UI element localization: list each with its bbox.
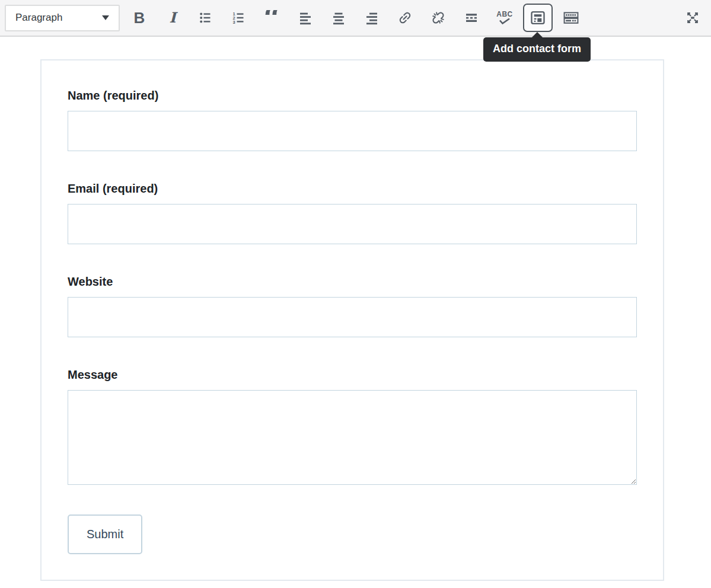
- toolbar-toggle-icon: [563, 9, 579, 26]
- align-left-icon: [298, 11, 313, 25]
- toolbar-toggle-button[interactable]: [559, 6, 583, 30]
- email-input[interactable]: [68, 204, 637, 244]
- bullet-list-icon: [199, 11, 213, 25]
- field-name: Name (required): [68, 88, 637, 181]
- add-contact-form-tooltip: Add contact form: [483, 37, 591, 62]
- field-message: Message: [68, 367, 637, 485]
- contact-form-preview: Name (required) Email (required) Website…: [40, 59, 664, 581]
- add-contact-form-icon: [530, 9, 546, 26]
- message-field-label: Message: [68, 367, 637, 382]
- align-center-icon: [331, 11, 346, 25]
- name-field-label: Name (required): [68, 88, 637, 103]
- paragraph-style-dropdown[interactable]: Paragraph: [5, 5, 120, 31]
- chevron-down-icon: [102, 15, 109, 20]
- bold-button[interactable]: B: [127, 6, 151, 30]
- italic-button[interactable]: I: [161, 6, 184, 30]
- add-contact-form-button[interactable]: [523, 4, 553, 32]
- fullscreen-icon: [685, 10, 700, 25]
- italic-icon: I: [169, 11, 176, 25]
- field-website: Website: [68, 274, 637, 367]
- website-field-label: Website: [68, 274, 637, 289]
- fullscreen-button[interactable]: [681, 6, 704, 30]
- unlink-icon: [431, 10, 446, 25]
- submit-button[interactable]: Submit: [68, 514, 142, 554]
- numbered-list-button[interactable]: 1 2 3: [227, 6, 251, 30]
- toolbar-button-group: B I 1 2 3 “: [127, 4, 583, 32]
- spellcheck-icon: ABC: [496, 11, 513, 25]
- align-center-button[interactable]: [327, 6, 350, 30]
- blockquote-button[interactable]: “: [260, 6, 284, 30]
- numbered-list-icon: 1 2 3: [232, 11, 246, 25]
- link-icon: [397, 10, 413, 25]
- tooltip-text: Add contact form: [493, 43, 581, 55]
- email-field-label: Email (required): [68, 181, 637, 196]
- bullet-list-button[interactable]: [194, 6, 218, 30]
- more-tag-button[interactable]: [460, 6, 483, 30]
- svg-text:3: 3: [233, 20, 235, 25]
- paragraph-style-value: Paragraph: [15, 12, 62, 24]
- insert-link-button[interactable]: [393, 6, 417, 30]
- message-textarea[interactable]: [68, 390, 637, 485]
- name-input[interactable]: [68, 111, 637, 151]
- field-email: Email (required): [68, 181, 637, 274]
- remove-link-button[interactable]: [426, 6, 450, 30]
- align-right-icon: [365, 11, 379, 25]
- spellcheck-button[interactable]: ABC: [493, 6, 516, 30]
- align-left-button[interactable]: [294, 6, 317, 30]
- bold-icon: B: [134, 10, 145, 25]
- website-input[interactable]: [68, 297, 637, 337]
- editor-toolbar: Paragraph B I 1 2 3: [0, 0, 711, 37]
- align-right-button[interactable]: [360, 6, 384, 30]
- blockquote-icon: “: [263, 10, 281, 25]
- more-tag-icon: [464, 11, 479, 25]
